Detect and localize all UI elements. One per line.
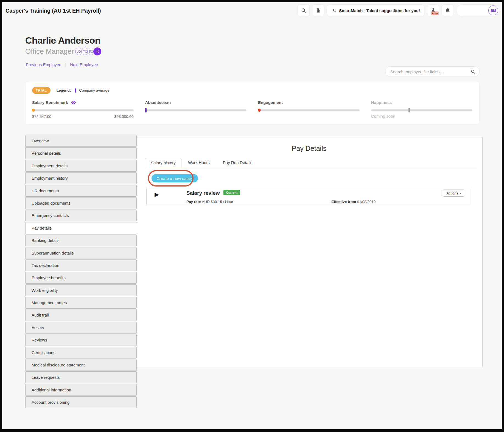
trial-badge: TRIAL bbox=[32, 87, 51, 94]
salary-history-row: ▶ Salary review Current Pay rate AUD $30… bbox=[146, 187, 472, 206]
actions-dropdown-button[interactable]: Actions ▾ bbox=[443, 190, 464, 197]
building-icon bbox=[315, 8, 321, 13]
metric-engagement: Engagement bbox=[258, 99, 360, 119]
sidebar-item-tax-declaration[interactable]: Tax declaration bbox=[25, 259, 137, 271]
metrics-row: Salary Benchmark $72,547.00 $93,000.00 A… bbox=[32, 99, 472, 119]
pay-rate-value: AUD $30.15 / Hour bbox=[202, 200, 233, 204]
search-icon bbox=[471, 69, 475, 74]
beta-badge: BETA bbox=[431, 12, 439, 15]
sidebar-item-emergency-contacts[interactable]: Emergency contacts bbox=[25, 210, 137, 221]
sidebar-item-employment-details[interactable]: Employment details bbox=[25, 160, 137, 172]
sidebar-item-employee-benefits[interactable]: Employee benefits bbox=[25, 272, 137, 284]
sidebar: OverviewPersonal detailsEmployment detai… bbox=[25, 135, 137, 409]
sidebar-item-pay-details[interactable]: Pay details bbox=[25, 222, 138, 234]
smartmatch-label: SmartMatch - Talent suggestions for you! bbox=[339, 8, 420, 13]
sidebar-item-banking-details[interactable]: Banking details bbox=[25, 235, 137, 246]
absenteeism-marker bbox=[145, 108, 147, 112]
sidebar-item-leave-requests[interactable]: Leave requests bbox=[25, 371, 137, 383]
sidebar-item-certifications[interactable]: Certifications bbox=[25, 347, 137, 358]
sidebar-item-hr-documents[interactable]: HR documents bbox=[25, 185, 137, 197]
metric-salary-benchmark: Salary Benchmark $72,547.00 $93,000.00 bbox=[32, 99, 134, 119]
engagement-slider bbox=[258, 109, 360, 111]
pay-details-tabs: Salary history Work Hours Pay Run Detail… bbox=[145, 158, 477, 167]
pay-rate-label: Pay rate bbox=[186, 200, 202, 204]
triangle-right-icon[interactable]: ▶ bbox=[155, 191, 159, 197]
salary-benchmark-dot bbox=[32, 109, 35, 112]
sidebar-item-management-notes[interactable]: Management notes bbox=[25, 297, 137, 309]
status-badge: Current bbox=[223, 190, 240, 195]
global-search-button[interactable] bbox=[298, 4, 310, 16]
company-average-marker bbox=[75, 88, 76, 93]
employee-role: Office Manager bbox=[25, 47, 74, 56]
employee-name: Charlie Anderson bbox=[25, 35, 100, 46]
metric-happiness: Happiness Coming soon bbox=[371, 99, 473, 119]
employee-role-row: Office Manager JD TC FO bbox=[25, 47, 101, 56]
ai-sparkle-badge[interactable] bbox=[93, 47, 101, 55]
smartmatch-banner-button[interactable]: SmartMatch - Talent suggestions for you! bbox=[327, 4, 425, 16]
labs-button[interactable]: BETA bbox=[427, 4, 439, 16]
caret-down-icon: ▾ bbox=[460, 192, 461, 195]
salary-max: $93,000.00 bbox=[114, 114, 133, 119]
organisation-button[interactable] bbox=[312, 4, 324, 16]
absenteeism-slider bbox=[145, 109, 247, 111]
sidebar-item-account-provisioning[interactable]: Account provisioning bbox=[25, 396, 137, 408]
previous-employee-link[interactable]: Previous Employee bbox=[26, 62, 61, 67]
legend-item-label: Company average bbox=[79, 88, 109, 92]
tab-work-hours[interactable]: Work Hours bbox=[181, 158, 216, 167]
sparkles-icon bbox=[331, 8, 337, 13]
app-title: Casper's Training (AU 1st EH Payroll) bbox=[5, 8, 101, 14]
metric-label: Happiness bbox=[371, 100, 392, 105]
salary-min: $72,547.00 bbox=[32, 114, 51, 119]
notifications-button[interactable] bbox=[442, 4, 454, 16]
screenshot-frame: Casper's Training (AU 1st EH Payroll) Sm… bbox=[0, 0, 504, 432]
employee-nav-links: Previous Employee | Next Employee bbox=[26, 62, 98, 67]
sidebar-item-superannuation-details[interactable]: Superannuation details bbox=[25, 247, 137, 259]
tab-salary-history[interactable]: Salary history bbox=[145, 158, 181, 167]
effective-from: Effective from 01/08/2019 bbox=[331, 200, 376, 204]
sidebar-item-assets[interactable]: Assets bbox=[25, 322, 137, 334]
eye-off-icon[interactable] bbox=[71, 100, 76, 105]
sidebar-item-additional-information[interactable]: Additional information bbox=[25, 384, 137, 396]
effective-from-value: 01/08/2019 bbox=[357, 200, 376, 204]
effective-from-label: Effective from bbox=[331, 200, 357, 204]
next-employee-link[interactable]: Next Employee bbox=[70, 62, 98, 67]
happiness-marker bbox=[408, 108, 410, 112]
page-title: Pay Details bbox=[136, 145, 482, 153]
employee-file-search-input[interactable] bbox=[390, 69, 471, 74]
link-separator: | bbox=[65, 62, 66, 67]
tab-pay-run-details[interactable]: Pay Run Details bbox=[216, 158, 259, 167]
sidebar-item-employment-history[interactable]: Employment history bbox=[25, 172, 137, 184]
salary-benchmark-slider bbox=[32, 109, 134, 111]
profile-menu-button[interactable]: BM bbox=[456, 4, 500, 16]
salary-row-title: Salary review bbox=[186, 190, 220, 196]
engagement-dot bbox=[258, 109, 261, 112]
pay-details-panel: Pay Details Salary history Work Hours Pa… bbox=[136, 137, 483, 367]
app-screen: Casper's Training (AU 1st EH Payroll) Sm… bbox=[2, 2, 502, 429]
bell-icon bbox=[445, 8, 450, 13]
sidebar-item-personal-details[interactable]: Personal details bbox=[25, 147, 137, 159]
happiness-slider bbox=[371, 109, 473, 111]
create-new-salary-button[interactable]: Create a new salary bbox=[152, 174, 198, 182]
sidebar-item-work-eligibility[interactable]: Work eligibility bbox=[25, 284, 137, 296]
pay-rate: Pay rate AUD $30.15 / Hour bbox=[186, 200, 233, 204]
sidebar-item-overview[interactable]: Overview bbox=[25, 135, 137, 147]
avatar: BM bbox=[488, 5, 498, 15]
legend-label: Legend: bbox=[57, 88, 71, 92]
benchmark-card-header: TRIAL Legend: Company average bbox=[32, 87, 472, 94]
sidebar-item-medical-disclosure-statement[interactable]: Medical disclosure statement bbox=[25, 359, 137, 371]
happiness-note: Coming soon bbox=[371, 114, 473, 118]
employee-badges: JD TC FO bbox=[77, 47, 101, 55]
benchmark-card: TRIAL Legend: Company average Salary Ben… bbox=[25, 81, 479, 125]
sparkles-icon bbox=[95, 49, 100, 54]
topbar-actions: SmartMatch - Talent suggestions for you!… bbox=[298, 4, 500, 16]
sidebar-item-uploaded-documents[interactable]: Uploaded documents bbox=[25, 197, 137, 209]
actions-label: Actions bbox=[446, 191, 458, 195]
sidebar-item-audit-trail[interactable]: Audit trail bbox=[25, 309, 137, 321]
metric-absenteeism: Absenteeism bbox=[145, 99, 247, 119]
metric-label: Salary Benchmark bbox=[32, 100, 68, 105]
metric-label: Engagement bbox=[258, 100, 283, 105]
search-icon bbox=[301, 8, 306, 13]
employee-file-search bbox=[385, 66, 480, 77]
metric-label: Absenteeism bbox=[145, 100, 171, 105]
sidebar-item-reviews[interactable]: Reviews bbox=[25, 334, 137, 346]
